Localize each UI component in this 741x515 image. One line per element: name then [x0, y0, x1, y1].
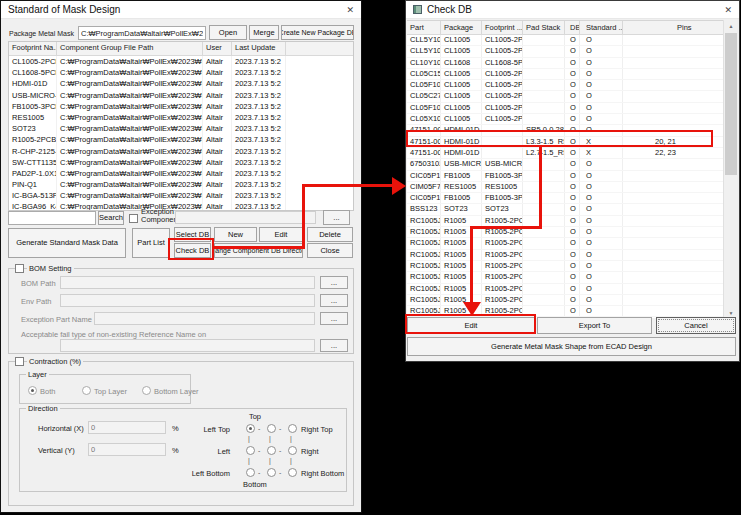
bom-path-field[interactable]: [60, 276, 315, 289]
table-row[interactable]: CL05F103ZI CL1005 CL1005-2PCB O O: [407, 80, 723, 91]
col-pad-stack[interactable]: Pad Stack: [523, 21, 565, 34]
direction-left-bottom-radio[interactable]: [246, 468, 255, 477]
cell-pad-stack: [523, 261, 565, 271]
table-row[interactable]: HDMI-01D C:₩ProgramData₩altair₩PollEx₩20…: [9, 78, 353, 89]
table-row[interactable]: CL1608-5PCB C:₩ProgramData₩altair₩PollEx…: [9, 67, 353, 78]
env-path-more-button[interactable]: ...: [320, 294, 348, 307]
table-row[interactable]: R1005-2PCB C:₩ProgramData₩altair₩PollEx₩…: [9, 134, 353, 145]
generate-standard-mask-data-button[interactable]: Generate Standard Mask Data: [8, 228, 126, 258]
table-row[interactable]: CLL5Y104M CL1005 CL1005-2PCB O O: [407, 46, 723, 57]
direction-right-top-radio[interactable]: [288, 424, 297, 433]
env-path-field[interactable]: [60, 294, 315, 307]
table-row[interactable]: BSS123 SOT23 SOT23 O O: [407, 204, 723, 215]
horizontal-x-input[interactable]: [88, 421, 166, 434]
direction-left-radio[interactable]: [246, 446, 255, 455]
table-row[interactable]: PAD2P-1.0X1.0 C:₩ProgramData₩altair₩Poll…: [9, 168, 353, 179]
direction-left-top-radio[interactable]: [246, 424, 255, 433]
acceptable-fail-field[interactable]: [60, 339, 315, 352]
export-to-button[interactable]: Export To: [537, 317, 652, 334]
direction-right-bottom-radio[interactable]: [288, 468, 297, 477]
close-icon[interactable]: ✕: [346, 5, 354, 15]
part-list-button[interactable]: Part List: [132, 228, 170, 258]
bom-path-more-button[interactable]: ...: [320, 276, 348, 289]
exception-component-checkbox[interactable]: [129, 214, 138, 223]
contraction-checkbox[interactable]: [15, 357, 24, 366]
table-row[interactable]: USB-MICRO-5I C:₩ProgramData₩altair₩PollE…: [9, 90, 353, 101]
cell-user: Altair: [203, 134, 232, 145]
table-row[interactable]: CLL5Y104M CL1005 CL1005-2PCB O O: [407, 35, 723, 46]
cell-path: C:₩ProgramData₩altair₩PollEx₩2023₩Exam: [57, 78, 203, 89]
scrollbar-thumb[interactable]: [725, 33, 737, 175]
exception-more-button[interactable]: ...: [323, 210, 350, 225]
table-row[interactable]: RC1005J104 R1005 R1005-2PCB O O: [407, 261, 723, 272]
table-row[interactable]: RES1005 C:₩ProgramData₩altair₩PollEx₩202…: [9, 112, 353, 123]
col-pins[interactable]: Pins: [623, 21, 723, 34]
table-row[interactable]: CL05F103ZI CL1005 CL1005-2PCB O O: [407, 103, 723, 114]
generate-metal-mask-shape-button[interactable]: Generate Metal Mask Shape from ECAD Desi…: [407, 337, 736, 356]
merge-button[interactable]: Merge: [249, 25, 279, 40]
table-row[interactable]: RC1005J103 R1005 R1005-2PCB O O: [407, 227, 723, 238]
table-row[interactable]: RC1005J103 R1005 R1005-2PCB O O: [407, 238, 723, 249]
table-row[interactable]: R-CHP-2125-F C:₩ProgramData₩altair₩PollE…: [9, 146, 353, 157]
cell-footprint: CL1005-2PCB: [482, 69, 523, 79]
table-row[interactable]: CIC05P121J FB1005 FB1005-3PCB O O: [407, 193, 723, 204]
col-footprint-name[interactable]: Footprint Na...: [9, 42, 57, 55]
table-row[interactable]: CL05C150JE CL1005 CL1005-2PCB O O: [407, 69, 723, 80]
table-row[interactable]: RC1005J103 R1005 R1005-2PCB O O: [407, 250, 723, 261]
table-row[interactable]: FB1005-3PCB C:₩ProgramData₩altair₩PollEx…: [9, 101, 353, 112]
edit-button[interactable]: Edit: [259, 227, 303, 242]
table-row[interactable]: SOT23 C:₩ProgramData₩altair₩PollEx₩2023₩…: [9, 123, 353, 134]
vertical-scrollbar[interactable]: ▲ ▼: [723, 20, 737, 318]
search-button[interactable]: Search: [98, 211, 124, 225]
table-row[interactable]: CL1005-2PCB C:₩ProgramData₩altair₩PollEx…: [9, 56, 353, 67]
col-footprint[interactable]: Footprint ...: [482, 21, 523, 34]
table-row[interactable]: SW-CTT1135 C:₩ProgramData₩altair₩PollEx₩…: [9, 157, 353, 168]
table-row[interactable]: CIC05P121J FB1005 FB1005-3PCB O O: [407, 171, 723, 182]
exception-component-field[interactable]: [175, 211, 316, 224]
vertical-y-input[interactable]: [88, 443, 166, 456]
table-row[interactable]: 675031020- USB-MICRO USB-MICRO- O O: [407, 159, 723, 170]
table-row[interactable]: RC1005J105 R1005 R1005-2PCB O O: [407, 295, 723, 306]
col-standard[interactable]: Standard ...: [580, 21, 623, 34]
table-row[interactable]: RC1005J103 R1005 R1005-2PCB O O: [407, 272, 723, 283]
col-component-group-path[interactable]: Component Group File Path: [57, 42, 203, 55]
cell-path: C:₩ProgramData₩altair₩PollEx₩2023₩Exam: [57, 157, 203, 168]
search-input[interactable]: [8, 211, 96, 225]
scroll-up-icon[interactable]: ▲: [725, 20, 737, 31]
col-package[interactable]: Package: [441, 21, 482, 34]
direction-center-radio[interactable]: [267, 446, 276, 455]
direction-bottom-radio[interactable]: [267, 468, 276, 477]
open-button[interactable]: Open: [209, 25, 247, 40]
direction-top-radio[interactable]: [267, 424, 276, 433]
close-button[interactable]: Close: [307, 243, 353, 258]
col-user[interactable]: User: [203, 42, 232, 55]
col-part[interactable]: Part: [407, 21, 441, 34]
cell-standard: O: [580, 261, 623, 271]
table-row[interactable]: 47151-0001 HDMI-01D L2.7-1.5_RS O X 22, …: [407, 148, 723, 159]
direction-right-radio[interactable]: [288, 446, 297, 455]
table-row[interactable]: CL10Y106M CL1608 CL1608-5PCB O O: [407, 58, 723, 69]
package-metal-mask-path-input[interactable]: [78, 26, 206, 40]
cell-path: C:₩ProgramData₩altair₩PollEx₩2023₩Exam: [57, 67, 203, 78]
exception-part-more-button[interactable]: ...: [320, 312, 348, 325]
col-last-update[interactable]: Last Update: [232, 42, 286, 55]
cell-db: O: [565, 91, 580, 101]
cell-pins: [623, 227, 723, 237]
new-button[interactable]: New: [214, 227, 257, 242]
table-row[interactable]: RC1005J000 R1005 R1005-2PCB O O: [407, 216, 723, 227]
cell-pad-stack: [523, 114, 565, 124]
acceptable-fail-more-button[interactable]: ...: [320, 339, 348, 352]
table-row[interactable]: RC1005J515 R1005 R1005-2PCB O O: [407, 284, 723, 295]
bom-setting-checkbox[interactable]: [15, 264, 24, 273]
cell-db: O: [565, 148, 580, 158]
delete-button[interactable]: Delete: [307, 227, 353, 242]
exception-part-name-field[interactable]: [94, 312, 315, 325]
create-new-package-db-button[interactable]: Create New Package DB: [281, 25, 354, 40]
cancel-button[interactable]: Cancel: [656, 317, 736, 334]
table-row[interactable]: CL05C270JE CL1005 CL1005-2PCB O O: [407, 91, 723, 102]
close-icon[interactable]: ✕: [724, 5, 732, 15]
col-db[interactable]: DB: [565, 21, 580, 34]
cell-standard: O: [580, 284, 623, 294]
table-row[interactable]: CIM05F750 RES1005 RES1005 O O: [407, 182, 723, 193]
table-row[interactable]: CL05X105M CL1005 CL1005-2PCB O O: [407, 114, 723, 125]
